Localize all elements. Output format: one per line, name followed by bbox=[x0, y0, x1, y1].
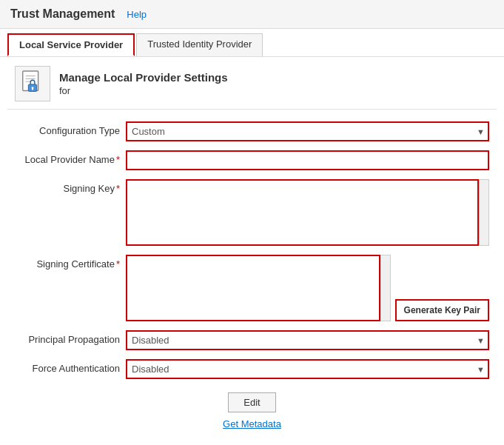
tab-trusted-identity-provider[interactable]: Trusted Identity Provider bbox=[136, 33, 263, 56]
signing-key-control bbox=[126, 179, 489, 246]
get-metadata-link[interactable]: Get Metadata bbox=[15, 418, 489, 429]
principal-propagation-label: Principal Propagation bbox=[15, 330, 126, 345]
local-provider-label: Local Provider Name* bbox=[15, 150, 126, 165]
generate-key-pair-button[interactable]: Generate Key Pair bbox=[395, 299, 489, 321]
signing-key-scrollbar[interactable] bbox=[479, 179, 489, 246]
document-lock-icon bbox=[21, 70, 44, 97]
force-authentication-select-wrapper: Disabled ▼ bbox=[126, 359, 489, 379]
force-authentication-control: Disabled ▼ bbox=[126, 359, 489, 379]
config-type-label: Configuration Type bbox=[15, 121, 126, 136]
config-type-control: Custom ▼ bbox=[126, 121, 489, 141]
edit-button-wrap: Edit bbox=[15, 392, 489, 412]
main-content: Manage Local Provider Settings for Confi… bbox=[0, 57, 504, 444]
section-header: Manage Local Provider Settings for bbox=[7, 57, 497, 110]
help-link[interactable]: Help bbox=[127, 9, 147, 20]
signing-cert-textarea[interactable] bbox=[126, 255, 380, 321]
principal-propagation-row: Principal Propagation Disabled ▼ bbox=[15, 330, 489, 350]
config-type-row: Configuration Type Custom ▼ bbox=[15, 121, 489, 141]
principal-propagation-control: Disabled ▼ bbox=[126, 330, 489, 350]
signing-cert-form-part: Signing Certificate* bbox=[15, 255, 391, 321]
section-text: Manage Local Provider Settings for bbox=[59, 71, 228, 96]
signing-key-required-star: * bbox=[116, 183, 120, 194]
force-authentication-label: Force Authentication bbox=[15, 359, 126, 374]
config-type-select-wrapper: Custom ▼ bbox=[126, 121, 489, 141]
principal-propagation-select[interactable]: Disabled bbox=[126, 330, 489, 350]
signing-cert-row: Signing Certificate* Generate Key Pair bbox=[15, 255, 489, 321]
settings-form: Configuration Type Custom ▼ Local Provid… bbox=[7, 121, 497, 429]
svg-rect-6 bbox=[32, 88, 33, 90]
edit-button[interactable]: Edit bbox=[228, 392, 275, 412]
signing-cert-control bbox=[126, 255, 391, 321]
local-provider-name-control bbox=[126, 150, 489, 170]
signing-cert-label: Signing Certificate* bbox=[15, 255, 126, 270]
signing-key-label: Signing Key* bbox=[15, 179, 126, 194]
section-subtitle: for bbox=[59, 85, 228, 96]
app-header: Trust Management Help bbox=[0, 0, 504, 29]
tab-local-service-provider[interactable]: Local Service Provider bbox=[7, 33, 135, 56]
signing-cert-required-star: * bbox=[116, 258, 120, 270]
signing-key-row: Signing Key* bbox=[15, 179, 489, 246]
local-provider-name-input[interactable] bbox=[126, 150, 489, 170]
force-authentication-select[interactable]: Disabled bbox=[126, 359, 489, 379]
force-authentication-row: Force Authentication Disabled ▼ bbox=[15, 359, 489, 379]
local-provider-name-row: Local Provider Name* bbox=[15, 150, 489, 170]
section-title: Manage Local Provider Settings bbox=[59, 71, 228, 84]
tab-bar: Local Service Provider Trusted Identity … bbox=[0, 29, 504, 57]
signing-cert-scrollbar[interactable] bbox=[380, 255, 391, 321]
app-title: Trust Management bbox=[10, 7, 115, 21]
provider-icon bbox=[15, 66, 50, 101]
principal-propagation-select-wrapper: Disabled ▼ bbox=[126, 330, 489, 350]
required-star: * bbox=[116, 154, 120, 165]
config-type-select[interactable]: Custom bbox=[126, 121, 489, 141]
signing-key-textarea[interactable] bbox=[126, 179, 479, 246]
